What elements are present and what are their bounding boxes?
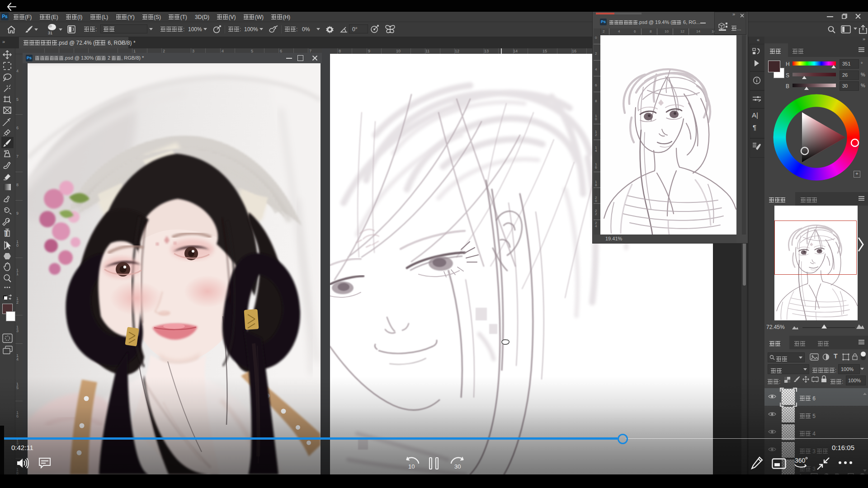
svg-text:360: 360 [795, 457, 806, 464]
svg-text:30: 30 [454, 463, 461, 470]
svg-text:10: 10 [408, 463, 415, 470]
svg-text:T: T [4, 229, 9, 238]
